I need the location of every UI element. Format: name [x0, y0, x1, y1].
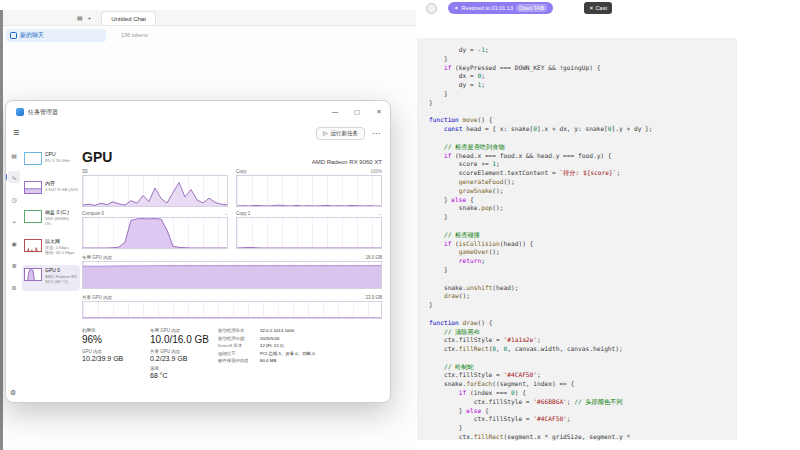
services-icon[interactable]: ⚙	[8, 281, 20, 293]
scale-label: 100%	[370, 169, 382, 174]
device-item-gpu-0[interactable]: GPU 0AMD Radeon RX 9060 XT96% (68 °C)	[22, 265, 80, 291]
run-new-task-button[interactable]: ▷ 运行新任务	[316, 127, 365, 140]
chevron-down-icon: ⌄	[378, 211, 382, 216]
gpu-3d-chart	[82, 175, 228, 207]
window-title: 任务管理器	[28, 108, 324, 117]
stat-item: 专用 GPU 内存10.0/16.0 GB	[150, 328, 210, 345]
engine-selector-compute0[interactable]: Compute 0 ⌄	[82, 211, 228, 216]
shared-memory-label: 共享 GPU 内存	[82, 295, 112, 300]
driver-row: DirectX 版本12 (FL 12.1)	[218, 343, 382, 348]
shared-memory-chart	[82, 301, 382, 319]
details-icon[interactable]: ≣	[8, 259, 20, 271]
open-tab-action[interactable]: Open TAB	[516, 4, 547, 12]
stats-column-2: 专用 GPU 内存10.0/16.0 GB共享 GPU 内存0.2/23.9 G…	[150, 328, 210, 383]
startup-apps-icon[interactable]: ⌁	[8, 215, 20, 227]
maximize-icon[interactable]: ▢	[346, 101, 368, 123]
sparkle-icon: ✦	[454, 5, 459, 11]
gpu-compute0-chart	[82, 217, 228, 249]
stat-item: 利用率96%	[82, 328, 142, 345]
desktop: ▤ + Untitled Chat 新的聊天 136 tokens ✦ Rest…	[0, 0, 800, 450]
sidebar-item-new-chat[interactable]: 新的聊天	[6, 29, 106, 42]
device-item-ethernet[interactable]: 以太网发送: 0 Kbps接收: 40.0 Kbps	[22, 236, 80, 262]
code-lines: dy = -1; } if (keyPressed === DOWN_KEY &…	[417, 38, 737, 442]
chat-titlebar: ▤ + Untitled Chat	[3, 10, 416, 26]
cast-label: Cast	[596, 5, 607, 11]
run-icon: ▷	[323, 130, 327, 136]
stats-column-1: 利用率96%GPU 内存10.2/39.9 GB	[82, 328, 142, 383]
cast-button[interactable]: ✕ Cast	[584, 2, 612, 14]
minimize-icon[interactable]: —	[324, 101, 346, 123]
close-window-icon[interactable]: ✕	[368, 101, 390, 123]
memory-mini-chart	[24, 181, 42, 194]
stat-item: GPU 内存10.2/39.9 GB	[82, 349, 142, 362]
tab-list-icon[interactable]: ▤	[77, 14, 83, 21]
performance-icon[interactable]: ∿	[8, 171, 20, 183]
new-tab-icon[interactable]: +	[88, 15, 92, 21]
token-count: 136 tokens	[121, 32, 148, 38]
ethernet-mini-chart	[24, 239, 42, 252]
gpu-0-mini-chart	[24, 268, 42, 281]
settings-icon[interactable]: ⚙	[10, 389, 16, 397]
engine-selector-copy1[interactable]: Copy 1 ⌄	[236, 211, 382, 216]
stat-item: 温度68 °C	[150, 366, 210, 379]
gpu-stats: 利用率96%GPU 内存10.2/39.9 GB 专用 GPU 内存10.0/1…	[82, 328, 382, 383]
stat-item: 共享 GPU 内存0.2/23.9 GB	[150, 349, 210, 362]
tm-nav-rail: ▤∿◷⌁◉≣⚙	[6, 149, 22, 293]
users-icon[interactable]: ◉	[8, 237, 20, 249]
driver-row: 驱动程序日期2025/5/26	[218, 336, 382, 341]
gpu-copy1-chart	[236, 217, 382, 249]
dedicated-memory-label: 专用 GPU 内存	[82, 255, 112, 260]
device-item-cpu[interactable]: CPU8% 5.26 GHz	[22, 149, 80, 175]
run-new-task-label: 运行新任务	[331, 130, 359, 137]
gpu-device-name: AMD Radeon RX 9060 XT	[312, 159, 382, 165]
driver-info: 驱动程序版本32.0.2.1013.1000驱动程序日期2025/5/26Dir…	[218, 328, 382, 383]
chat-left-rail	[0, 10, 3, 450]
new-chat-label: 新的聊天	[20, 31, 44, 40]
menu-icon[interactable]: ☰	[13, 129, 19, 137]
engine-3d-label: 3D	[82, 169, 88, 174]
disk-0-mini-chart	[24, 210, 42, 223]
task-manager-titlebar[interactable]: 任务管理器 — ▢ ✕	[6, 101, 390, 123]
driver-row: 硬件保留的内存80.0 MB	[218, 358, 382, 363]
chat-bubble-icon	[10, 32, 17, 39]
dedicated-memory-chart	[82, 261, 382, 289]
restore-pill[interactable]: ✦ Restored to 01:01:13 Open TAB	[448, 2, 553, 14]
driver-row: 物理位置PCI 总线 5、设备 0、功能 0	[218, 351, 382, 356]
tm-toolbar: ☰ ▷ 运行新任务 ⋯	[6, 123, 390, 143]
task-manager-window: 任务管理器 — ▢ ✕ ☰ ▷ 运行新任务 ⋯ ▤∿◷⌁◉≣⚙ CPU8% 5.…	[5, 100, 391, 403]
gpu-panel: GPU AMD Radeon RX 9060 XT 3D Copy 100% C…	[82, 147, 382, 400]
more-options-icon[interactable]: ⋯	[372, 129, 380, 138]
code-editor-panel[interactable]: dy = -1; } if (keyPressed === DOWN_KEY &…	[417, 38, 737, 440]
restore-text: Restored to 01:01:13	[462, 5, 513, 11]
close-icon: ✕	[589, 5, 594, 11]
driver-row: 驱动程序版本32.0.2.1013.1000	[218, 328, 382, 333]
processes-icon[interactable]: ▤	[8, 149, 20, 161]
engine-copy-label: Copy	[236, 169, 247, 174]
tab-untitled-chat[interactable]: Untitled Chat	[101, 11, 156, 25]
tab-label: Untitled Chat	[111, 16, 146, 22]
gpu-page-title: GPU	[82, 149, 112, 165]
cpu-mini-chart	[24, 152, 42, 165]
app-history-icon[interactable]: ◷	[8, 193, 20, 205]
status-circle-icon[interactable]	[426, 3, 437, 14]
chevron-down-icon: ⌄	[224, 211, 228, 216]
shared-memory-total: 23.9 GB	[365, 295, 382, 300]
device-item-memory[interactable]: 内存4.8/47.8 GB (10%)	[22, 178, 80, 204]
device-item-disk-0[interactable]: 磁盘 0 (C:)SSD (NVMe)0%	[22, 207, 80, 233]
tm-body: ▤∿◷⌁◉≣⚙ CPU8% 5.26 GHz内存4.8/47.8 GB (10%…	[6, 147, 390, 402]
task-manager-icon	[16, 108, 24, 116]
gpu-copy-chart	[236, 175, 382, 207]
device-list: CPU8% 5.26 GHz内存4.8/47.8 GB (10%)磁盘 0 (C…	[22, 149, 80, 294]
dedicated-memory-total: 16.0 GB	[365, 255, 382, 260]
